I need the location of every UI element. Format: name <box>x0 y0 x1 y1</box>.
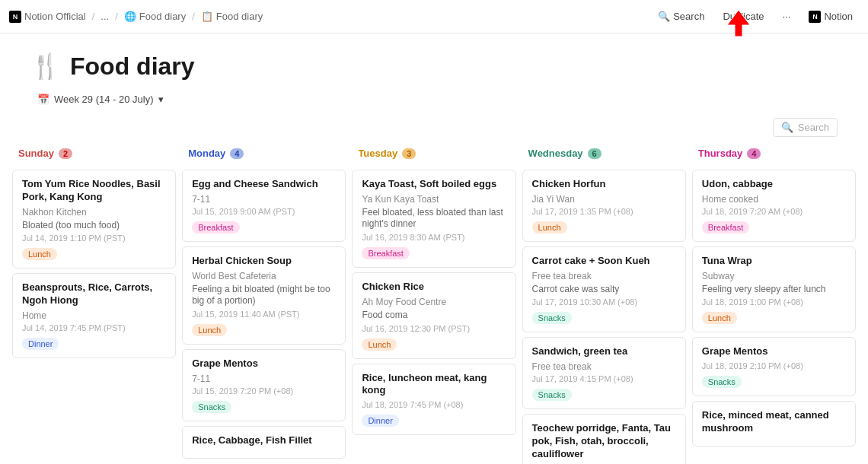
breadcrumb-sep-3: / <box>192 11 195 22</box>
day-column-tuesday: Kaya Toast, Soft boiled eggsYa Kun Kaya … <box>352 170 515 464</box>
more-button[interactable]: ··· <box>777 8 797 25</box>
card-tag: Snacks <box>532 312 572 324</box>
breadcrumb-notion-official[interactable]: N Notion Official <box>6 9 89 24</box>
card-subtitle: Ya Kun Kaya Toast <box>362 194 506 205</box>
card-date: Jul 14, 2019 7:45 PM (PST) <box>22 323 166 332</box>
table-row[interactable]: Rice, minced meat, canned mushroom <box>692 401 856 447</box>
table-row[interactable]: Tom Yum Rice Noodles, Basil Pork, Kang K… <box>12 170 176 269</box>
card-date: Jul 15, 2019 11:40 AM (PST) <box>192 310 336 319</box>
card-subtitle: Home <box>22 310 166 321</box>
card-tag: Snacks <box>532 389 572 401</box>
breadcrumb: N Notion Official / ... / 🌐 Food diary /… <box>6 9 266 24</box>
table-row[interactable]: Kaya Toast, Soft boiled eggsYa Kun Kaya … <box>352 170 515 268</box>
breadcrumb-food-diary-2[interactable]: 📋 Food diary <box>198 9 266 24</box>
card-tag: Lunch <box>702 312 737 324</box>
card-tag: Breakfast <box>192 221 239 234</box>
breadcrumb-sep-1: / <box>92 11 95 22</box>
card-tag: Lunch <box>22 248 57 260</box>
week-selector[interactable]: 📅 Week 29 (14 - 20 July) ▾ <box>30 90 838 109</box>
card-date: Jul 16, 2019 8:30 AM (PST) <box>362 233 506 242</box>
calendar-icon: 📅 <box>37 94 49 105</box>
week-label: Week 29 (14 - 20 July) <box>54 94 154 105</box>
table-row[interactable]: Chicken RiceAh Moy Food CentreFood comaJ… <box>352 272 515 358</box>
card-tag: Breakfast <box>702 221 749 234</box>
card-note: Feeling a bit bloated (might be too big … <box>192 284 336 307</box>
table-row[interactable]: Sandwich, green teaFree tea breakJul 17,… <box>522 337 686 409</box>
card-title: Egg and Cheese Sandwich <box>192 178 336 191</box>
card-title: Rice, minced meat, canned mushroom <box>702 409 846 435</box>
day-header-wednesday: Wednesday 6 <box>522 143 686 164</box>
page-header: 🍴 Food diary 📅 Week 29 (14 - 20 July) ▾ <box>0 33 868 118</box>
card-title: Herbal Chicken Soup <box>192 255 336 268</box>
table-row[interactable]: Chicken HorfunJia Yi WanJul 17, 2019 1:3… <box>522 170 686 242</box>
table-row[interactable]: Rice, Cabbage, Fish Fillet <box>182 426 346 459</box>
notion-home-icon: N <box>809 11 821 23</box>
day-column-thursday: Udon, cabbageHome cookedJul 18, 2019 7:2… <box>692 170 856 464</box>
day-column-sunday: Tom Yum Rice Noodles, Basil Pork, Kang K… <box>12 170 176 464</box>
card-title: Tuna Wrap <box>702 255 846 268</box>
breadcrumb-ellipsis[interactable]: ... <box>97 9 112 24</box>
table-row[interactable]: Grape Mentos7-11Jul 15, 2019 7:20 PM (+0… <box>182 349 346 421</box>
card-subtitle: Home cooked <box>702 194 846 205</box>
notion-icon: N <box>9 11 21 23</box>
card-date: Jul 16, 2019 12:30 PM (PST) <box>362 324 506 333</box>
card-note: Feel bloated, less bloated than last nig… <box>362 207 506 230</box>
more-icon: ··· <box>783 11 791 22</box>
card-subtitle: 7-11 <box>192 194 336 205</box>
notion-home-button[interactable]: N Notion <box>803 8 859 26</box>
day-header-monday: Monday 4 <box>182 143 346 164</box>
search-placeholder: Search <box>798 122 829 133</box>
breadcrumb-ellipsis-label: ... <box>101 11 109 22</box>
toolbar-row: 🔍 Search <box>0 118 868 143</box>
book-icon: 📋 <box>201 11 213 22</box>
card-date: Jul 17, 2019 1:35 PM (+08) <box>532 207 676 216</box>
day-header-sunday: Sunday 2 <box>12 143 176 164</box>
page-title: Food diary <box>70 52 195 81</box>
table-row[interactable]: Carrot cake + Soon KuehFree tea breakCar… <box>522 246 686 332</box>
day-label-thursday: Thursday <box>698 148 743 159</box>
card-title: Kaya Toast, Soft boiled eggs <box>362 178 506 191</box>
card-tag: Dinner <box>22 338 59 350</box>
table-row[interactable]: Grape MentosJul 18, 2019 2:10 PM (+08)Sn… <box>692 337 856 396</box>
card-note: Food coma <box>362 310 506 322</box>
day-columns: Tom Yum Rice Noodles, Basil Pork, Kang K… <box>12 170 856 464</box>
card-title: Grape Mentos <box>192 358 336 370</box>
page-icon: 🍴 <box>30 52 61 81</box>
nav-actions: 🔍 Search Duplicate ··· N Notion <box>652 8 859 26</box>
table-row[interactable]: Beansprouts, Rice, Carrots, Ngoh HiongHo… <box>12 273 176 358</box>
breadcrumb-food-diary-1[interactable]: 🌐 Food diary <box>121 9 189 24</box>
breadcrumb-notion-official-label: Notion Official <box>24 11 86 22</box>
table-row[interactable]: Teochew porridge, Fanta, Tau pok, Fish, … <box>522 414 686 464</box>
card-note: Bloated (too much food) <box>22 220 166 232</box>
calendar-search[interactable]: 🔍 Search <box>773 118 838 137</box>
day-label-sunday: Sunday <box>18 148 54 159</box>
breadcrumb-food-diary-1-label: Food diary <box>139 11 186 22</box>
table-row[interactable]: Tuna WrapSubwayFeeling very sleepy after… <box>692 246 856 332</box>
card-subtitle: Jia Yi Wan <box>532 194 676 205</box>
calendar-grid: Sunday 2 Monday 4 Tuesday 3 Wednesday 6 … <box>0 143 868 464</box>
search-button[interactable]: 🔍 Search <box>652 8 710 25</box>
card-subtitle: 7-11 <box>192 373 336 384</box>
card-date: Jul 17, 2019 10:30 AM (+08) <box>532 297 676 307</box>
day-count-wednesday: 6 <box>588 148 602 159</box>
card-tag: Lunch <box>192 324 227 336</box>
day-header-tuesday: Tuesday 3 <box>352 143 515 164</box>
card-title: Grape Mentos <box>702 345 846 358</box>
breadcrumb-food-diary-2-label: Food diary <box>216 11 263 22</box>
table-row[interactable]: Egg and Cheese Sandwich7-11Jul 15, 2019 … <box>182 170 346 242</box>
chevron-down-icon: ▾ <box>158 94 164 105</box>
page-title-row: 🍴 Food diary <box>30 52 838 81</box>
card-note: Feeling very sleepy after lunch <box>702 284 846 296</box>
svg-marker-0 <box>727 10 750 37</box>
table-row[interactable]: Herbal Chicken SoupWorld Best CafeteriaF… <box>182 246 346 345</box>
card-title: Udon, cabbage <box>702 178 846 191</box>
card-tag: Dinner <box>362 415 398 427</box>
day-count-sunday: 2 <box>59 148 72 159</box>
card-tag: Snacks <box>192 401 231 413</box>
globe-icon: 🌐 <box>124 11 136 22</box>
notion-home-label: Notion <box>824 11 853 22</box>
day-label-wednesday: Wednesday <box>528 148 583 159</box>
table-row[interactable]: Rice, luncheon meat, kang kongJul 18, 20… <box>352 364 515 436</box>
card-tag: Snacks <box>702 376 742 388</box>
table-row[interactable]: Udon, cabbageHome cookedJul 18, 2019 7:2… <box>692 170 856 242</box>
